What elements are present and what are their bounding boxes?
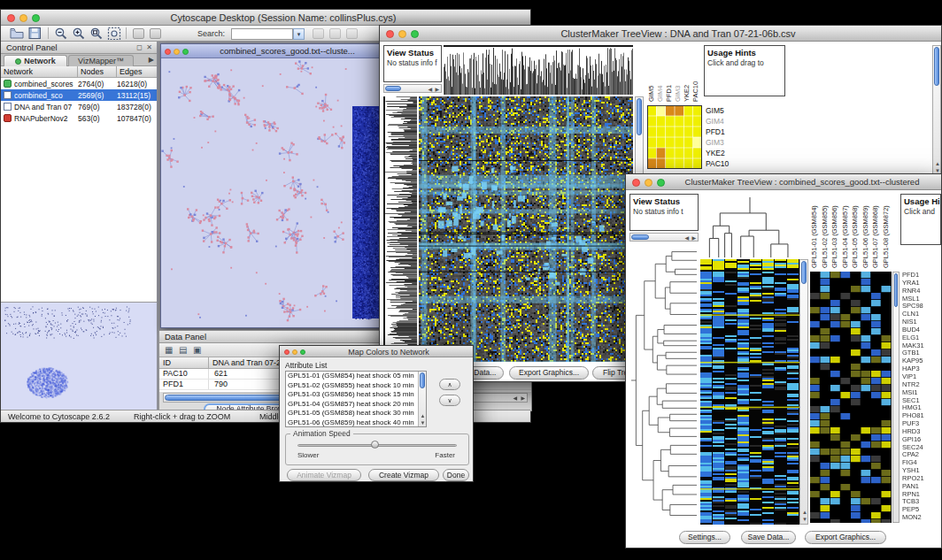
col-header-edges[interactable]: Edges [117, 66, 157, 78]
dialog-titlebar[interactable]: Map Colors to Network [280, 346, 473, 357]
col-header-network[interactable]: Network [1, 66, 78, 78]
attribute-list-scrollbar[interactable]: ▲ ▼ [418, 372, 426, 426]
tv1-hscrollbar[interactable]: ◀ ▶ [383, 84, 442, 93]
close-button[interactable] [632, 179, 640, 187]
search-input[interactable] [231, 28, 293, 40]
scrollbar-thumb[interactable] [385, 86, 401, 91]
scroll-left-arrow[interactable]: ◀ [684, 234, 689, 242]
scroll-up-arrow[interactable]: ▲ [802, 509, 807, 516]
tv2-array-dendrogram-canvas[interactable] [700, 194, 799, 257]
tv1-zoom-matrix-canvas[interactable] [647, 105, 702, 169]
col-header-id[interactable]: ID [159, 357, 209, 369]
scroll-left-arrow[interactable]: ◀ [428, 86, 432, 93]
create-vizmap-button[interactable]: Create Vizmap [368, 469, 439, 481]
tv1-right-vscrollbar[interactable]: ▲ ▼ [932, 45, 941, 176]
treeview1-titlebar[interactable]: ClusterMaker TreeView : DNA and Tran 07-… [380, 26, 941, 42]
scrollbar-thumb[interactable] [801, 261, 807, 284]
minimize-button[interactable] [398, 30, 406, 38]
attribute-list-item[interactable]: GPL51-06 (GSM859) heat shock 40 min [286, 418, 426, 428]
scroll-up-arrow[interactable]: ▲ [421, 412, 426, 419]
tv2-zoom-heatmap-canvas[interactable] [810, 272, 892, 523]
tv2-button-save-data[interactable]: Save Data... [741, 531, 796, 544]
zoom-in-icon[interactable] [72, 27, 87, 41]
scroll-up-arrow[interactable]: ▲ [935, 160, 940, 167]
tab-network[interactable]: Network [4, 55, 67, 66]
scrollbar-thumb[interactable] [894, 273, 898, 307]
inner-minimize-button[interactable] [174, 49, 180, 55]
maximize-button[interactable] [657, 179, 665, 187]
close-button[interactable] [386, 30, 394, 38]
search-dropdown-arrow[interactable]: ▾ [293, 28, 305, 40]
float-panel-icon[interactable]: ◻ [136, 43, 143, 52]
network-canvas[interactable] [161, 58, 385, 327]
tv2-zoom-vscrollbar[interactable] [892, 272, 900, 523]
zoom-fit-icon[interactable] [107, 27, 122, 41]
zoom-selected-region-icon[interactable] [89, 27, 104, 41]
tv1-heatmap-canvas[interactable] [419, 96, 633, 362]
grid-disabled-icon[interactable] [313, 28, 324, 39]
attribute-list-item[interactable]: GPL51-05 (GSM858) heat shock 30 min [286, 409, 426, 418]
scrollbar-thumb[interactable] [631, 234, 649, 240]
scrollbar-thumb[interactable] [637, 98, 642, 135]
network-list-row[interactable]: RNAPuberNov2563(0)107847(0) [1, 112, 157, 124]
move-up-button[interactable]: ∧ [439, 379, 460, 390]
scroll-right-arrow[interactable]: ▶ [435, 86, 439, 93]
save-icon[interactable] [28, 27, 43, 41]
close-button[interactable] [284, 349, 290, 355]
zoom-out-icon[interactable] [54, 27, 69, 41]
move-down-button[interactable]: ∨ [439, 395, 460, 406]
network-list-row[interactable]: combined_sco2569(6)13112(15) [1, 89, 157, 101]
scroll-down-arrow[interactable]: ▼ [802, 516, 807, 523]
attribute-list-item[interactable]: GPL51-02 (GSM855) heat shock 10 min [286, 381, 426, 391]
inner-close-button[interactable] [165, 49, 171, 55]
treeview2-titlebar[interactable]: ClusterMaker TreeView : combined_scores_… [626, 174, 941, 190]
scrollbar-thumb[interactable] [420, 372, 425, 388]
inner-maximize-button[interactable] [182, 49, 189, 55]
attribute-list-item[interactable]: GPL51-04 (GSM857) heat shock 20 min [286, 400, 426, 410]
col-header-nodes[interactable]: Nodes [78, 66, 117, 78]
network-list-row[interactable]: combined_scores2764(0)16218(0) [1, 78, 157, 89]
scrollbar-thumb[interactable] [934, 47, 939, 86]
done-button[interactable]: Done [443, 469, 469, 481]
slider-thumb[interactable] [371, 441, 379, 449]
tv1-button-export-graphics[interactable]: Export Graphics... [509, 366, 589, 380]
close-button[interactable] [7, 14, 15, 22]
scroll-right-arrow[interactable]: ▶ [521, 395, 525, 402]
tab-vizmapper[interactable]: VizMapper™ [68, 55, 134, 66]
tv2-gene-dendrogram-canvas[interactable] [629, 245, 699, 525]
tv1-array-dendrogram-canvas[interactable] [444, 45, 633, 95]
animate-vizmap-button[interactable]: Animate Vizmap [287, 469, 361, 481]
maximize-button[interactable] [300, 349, 305, 355]
maximize-button[interactable] [32, 14, 40, 22]
tv1-gene-dendrogram-canvas[interactable] [383, 96, 417, 362]
tv2-button-settings[interactable]: Settings... [679, 531, 730, 544]
attribute-list-item[interactable]: GPL51-03 (GSM856) heat shock 15 min [286, 390, 426, 400]
network-overview-canvas[interactable] [1, 302, 157, 412]
main-titlebar[interactable]: Cytoscape Desktop (Session Name: collins… [1, 10, 530, 26]
database-icon[interactable]: ▣ [193, 345, 201, 355]
select-attributes-icon[interactable]: ▦ [165, 345, 173, 355]
curve-tool-icon[interactable] [150, 28, 161, 39]
close-panel-icon[interactable]: ✕ [146, 43, 152, 52]
attribute-table-icon[interactable]: ▤ [179, 345, 187, 355]
layout-disabled-icon[interactable] [329, 28, 341, 39]
tv2-button-export-graphics[interactable]: Export Graphics... [805, 531, 886, 544]
minimize-button[interactable] [19, 14, 27, 22]
scroll-right-arrow[interactable]: ▶ [691, 234, 696, 242]
tv2-heatmap-canvas[interactable] [700, 259, 799, 525]
network-list-row[interactable]: DNA and Tran 07769(0)183728(0) [1, 101, 157, 112]
network-view-titlebar[interactable]: combined_scores_good.txt--cluste... [161, 44, 385, 58]
open-file-icon[interactable] [10, 27, 25, 41]
attribute-list[interactable]: ▲ ▼ GPL51-01 (GSM854) heat shock 05 minG… [285, 371, 427, 427]
tv2-hscrollbar[interactable]: ◀ ▶ [629, 233, 699, 242]
scroll-down-arrow[interactable]: ▼ [421, 419, 426, 426]
control-panel-header[interactable]: Control Panel ◻ ✕ [1, 42, 157, 54]
minimize-button[interactable] [292, 349, 297, 355]
tv2-vscrollbar[interactable]: ▲ ▼ [799, 259, 808, 525]
maximize-button[interactable] [411, 30, 419, 38]
scroll-left-arrow[interactable]: ◀ [513, 395, 517, 402]
annotation-mode-icon[interactable] [133, 28, 144, 39]
table-disabled-icon[interactable] [346, 28, 358, 39]
tab-overflow-arrow[interactable]: ▶ [149, 56, 154, 64]
minimize-button[interactable] [645, 179, 652, 187]
